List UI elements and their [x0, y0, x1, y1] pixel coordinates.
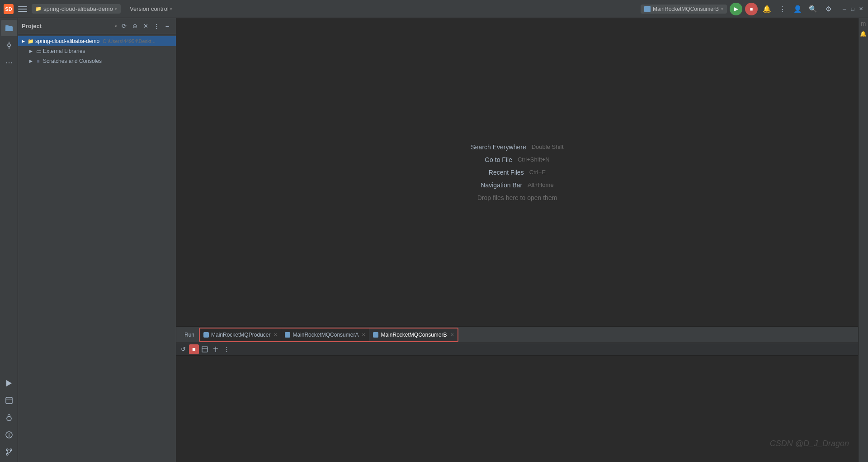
more-icon[interactable]: ⋮ [776, 3, 788, 15]
sidebar-collapse-button[interactable]: ⊖ [130, 21, 140, 31]
git-icon [5, 448, 13, 456]
bottom-tabs-bar: Run MainRocketMQProducer ✕ MainRocketMQC… [176, 327, 858, 343]
project-root-path: C:\Users\44954\Deskt... [103, 38, 156, 44]
window-controls: ─ □ ✕ [841, 5, 864, 13]
consumer-a-tab-close-icon[interactable]: ✕ [362, 332, 365, 337]
svg-marker-5 [6, 380, 12, 386]
restore-icon [202, 346, 208, 352]
scratches-arrow-icon: ▶ [28, 58, 34, 64]
run-config-selector[interactable]: MainRocketMQConsumerB ▾ [641, 5, 727, 14]
consumer-b-tab-icon [373, 332, 378, 338]
run-config-chevron-icon: ▾ [721, 7, 723, 11]
svg-point-12 [9, 433, 9, 434]
svg-rect-1 [5, 25, 9, 27]
sidebar: Project ▾ ⟳ ⊖ ✕ ⋮ – ▶ 📁 spring-cloud-ali… [18, 18, 176, 462]
hint-recent-files: Recent Files Ctrl+E [489, 169, 546, 176]
sidebar-title: Project [22, 23, 113, 29]
title-bar-left: SD 📁 spring-cloud-alibaba-demo ▾ Version… [4, 4, 172, 14]
svg-rect-6 [6, 397, 12, 404]
right-side-notification-icon[interactable]: 🔔 [860, 31, 867, 37]
right-side-panel: m 🔔 [858, 18, 868, 462]
go-to-file-label: Go to File [485, 156, 512, 163]
svg-point-2 [8, 44, 10, 47]
version-control-selector[interactable]: Version control ▾ [130, 5, 172, 12]
more-activities-icon: ⋯ [5, 58, 13, 67]
profile-icon[interactable]: 👤 [791, 3, 804, 15]
hint-go-to-file: Go to File Ctrl+Shift+N [485, 156, 550, 163]
navigation-bar-shortcut: Alt+Home [528, 181, 553, 188]
main-layout: ⋯ [0, 18, 868, 462]
sidebar-gear-button[interactable]: – [162, 21, 172, 31]
right-side-m-icon[interactable]: m [861, 20, 866, 27]
pin-tab-button[interactable] [211, 344, 221, 354]
run-tab-consumer-a[interactable]: MainRocketMQConsumerA ✕ [281, 329, 369, 341]
navigation-bar-label: Navigation Bar [481, 181, 522, 189]
sidebar-header: Project ▾ ⟳ ⊖ ✕ ⋮ – [18, 18, 176, 34]
minimize-button[interactable]: ─ [841, 5, 848, 13]
stop-process-button[interactable]: ■ [189, 344, 199, 354]
project-selector[interactable]: 📁 spring-cloud-alibaba-demo ▾ [32, 4, 121, 14]
editor-area: Search Everywhere Double Shift Go to Fil… [176, 18, 858, 462]
rerun-button[interactable]: ↺ [178, 344, 188, 354]
more-tools-button[interactable]: ⋮ [222, 344, 231, 354]
hint-navigation-bar: Navigation Bar Alt+Home [481, 181, 553, 189]
debug-icon [5, 414, 13, 422]
activity-item-debug[interactable] [1, 410, 17, 426]
sidebar-title-chevron[interactable]: ▾ [115, 24, 117, 29]
svg-point-15 [10, 449, 12, 451]
project-chevron-icon: ▾ [115, 7, 117, 11]
consumer-b-tab-close-icon[interactable]: ✕ [450, 332, 454, 337]
drop-files-label: Drop files here to open them [477, 194, 557, 201]
tree-item-scratches[interactable]: ▶ ≡ Scratches and Consoles [18, 56, 176, 66]
producer-tab-icon [203, 332, 209, 338]
consumer-a-tab-label: MainRocketMQConsumerA [292, 332, 359, 338]
project-root-arrow-icon: ▶ [20, 38, 26, 44]
watermark: CSDN @D_J_Dragon [770, 439, 849, 448]
sidebar-expand-button[interactable]: ⟳ [119, 21, 129, 31]
go-to-file-shortcut: Ctrl+Shift+N [518, 156, 550, 163]
activity-item-build[interactable] [1, 392, 17, 409]
external-libraries-label: External Libraries [43, 48, 85, 54]
activity-item-info[interactable] [1, 427, 17, 443]
search-icon[interactable]: 🔍 [807, 3, 819, 15]
close-button[interactable]: ✕ [857, 5, 864, 13]
activity-item-commit[interactable] [1, 37, 17, 53]
editor-empty-state: Search Everywhere Double Shift Go to Fil… [176, 18, 858, 326]
sidebar-more-button[interactable]: ⋮ [151, 21, 161, 31]
activity-item-run[interactable] [1, 375, 17, 391]
recent-files-label: Recent Files [489, 169, 524, 176]
folder-icon [5, 24, 13, 32]
activity-item-project[interactable] [1, 20, 17, 36]
hamburger-button[interactable] [17, 4, 28, 14]
hint-search-everywhere: Search Everywhere Double Shift [471, 143, 564, 151]
run-panel-label[interactable]: Run [180, 329, 199, 341]
restore-layout-button[interactable] [200, 344, 210, 354]
producer-tab-label: MainRocketMQProducer [211, 332, 270, 338]
consumer-a-tab-icon [285, 332, 290, 338]
project-folder-icon: 📁 [35, 6, 42, 12]
app-icon: SD [4, 4, 14, 14]
run-button[interactable]: ▶ [730, 3, 742, 15]
sidebar-close-button[interactable]: ✕ [141, 21, 151, 31]
external-libraries-arrow-icon: ▶ [28, 48, 34, 54]
activity-item-git[interactable] [1, 444, 17, 460]
producer-tab-close-icon[interactable]: ✕ [274, 332, 277, 337]
build-icon [5, 396, 13, 405]
activity-item-more[interactable]: ⋯ [1, 54, 17, 71]
version-control-chevron-icon: ▾ [170, 7, 172, 11]
run-config-label: MainRocketMQConsumerB [653, 6, 719, 12]
stop-button[interactable]: ■ [745, 3, 758, 15]
tree-item-external-libraries[interactable]: ▶ 🗃 External Libraries [18, 46, 176, 56]
settings-icon[interactable]: ⚙ [822, 3, 835, 15]
tree-item-project-root[interactable]: ▶ 📁 spring-cloud-alibaba-demo C:\Users\4… [18, 36, 176, 46]
run-tab-consumer-b[interactable]: MainRocketMQConsumerB ✕ [369, 329, 457, 341]
version-control-label: Version control [130, 5, 169, 12]
run-icon [5, 379, 13, 387]
maximize-button[interactable]: □ [849, 5, 856, 13]
search-everywhere-shortcut: Double Shift [532, 143, 564, 150]
notifications-icon[interactable]: 🔔 [760, 3, 773, 15]
pin-icon [212, 346, 219, 352]
run-tab-producer[interactable]: MainRocketMQProducer ✕ [200, 329, 281, 341]
scratches-label: Scratches and Consoles [43, 58, 102, 64]
sidebar-actions: ⟳ ⊖ ✕ ⋮ – [119, 21, 172, 31]
